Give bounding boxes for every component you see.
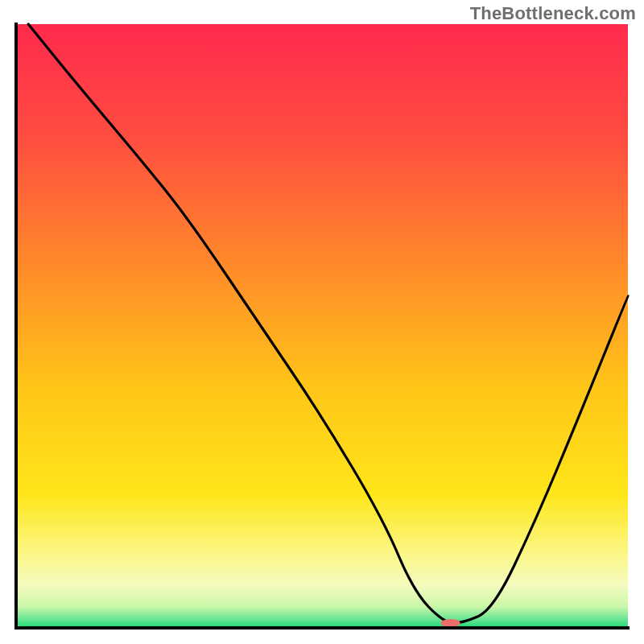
- bottleneck-chart: [0, 0, 644, 644]
- chart-container: { "watermark": "TheBottleneck.com", "cha…: [0, 0, 644, 644]
- optimal-marker: [441, 619, 460, 627]
- plot-background: [16, 24, 628, 628]
